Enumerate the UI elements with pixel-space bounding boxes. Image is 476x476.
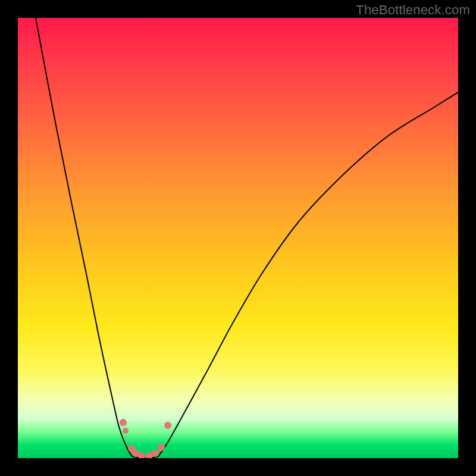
plot-area <box>18 18 458 458</box>
chart-frame: TheBottleneck.com <box>0 0 476 476</box>
watermark-text: TheBottleneck.com <box>356 2 470 18</box>
valley-markers <box>120 419 171 458</box>
valley-marker <box>123 428 129 434</box>
valley-marker <box>164 422 171 429</box>
valley-marker <box>152 450 159 457</box>
series-left-branch <box>36 18 132 456</box>
valley-marker <box>120 419 127 426</box>
series-right-branch <box>158 92 458 456</box>
curve-layer <box>18 18 458 458</box>
curve-lines <box>36 18 458 458</box>
valley-marker <box>158 444 165 451</box>
